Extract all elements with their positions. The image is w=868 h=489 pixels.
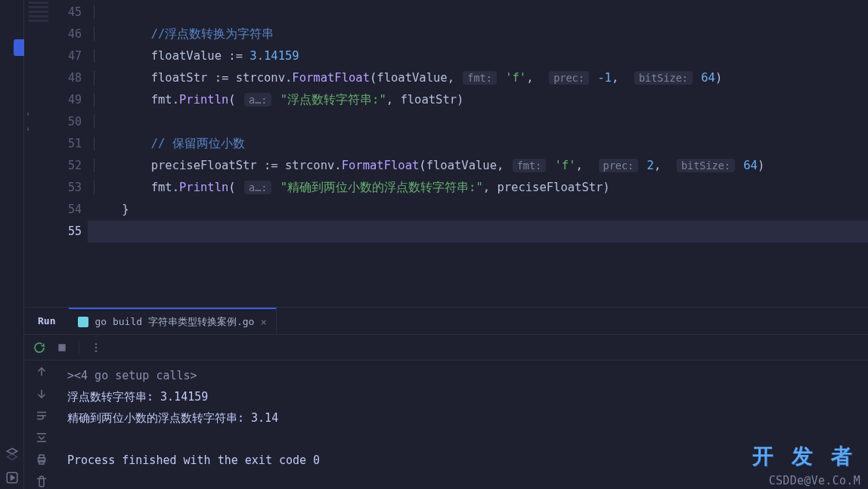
more-icon[interactable] <box>90 342 102 354</box>
code-args: floatValue, <box>377 71 454 85</box>
run-output[interactable]: ><4 go setup calls> 浮点数转字符串: 3.14159 精确到… <box>58 361 868 489</box>
code-func: Println <box>179 181 228 194</box>
line-num: 51 <box>53 133 82 155</box>
code-comment: // 保留两位小数 <box>151 137 245 150</box>
trash-icon[interactable] <box>35 475 48 488</box>
code-string: "浮点数转字符串:" <box>281 93 386 107</box>
line-num: 46 <box>53 23 82 45</box>
line-num: 48 <box>53 67 82 89</box>
run-toolbar <box>24 335 868 361</box>
code-ident: floatValue <box>151 49 222 63</box>
code-pkg: fmt <box>151 181 172 194</box>
svg-marker-1 <box>7 454 17 460</box>
inlay-hint: a…: <box>244 93 271 107</box>
code-number: 2 <box>647 159 654 172</box>
code-op: := <box>264 159 278 172</box>
watermark-title: 开 发 者 <box>752 442 854 471</box>
code-rune: 'f' <box>505 71 526 85</box>
code-args: , preciseFloatStr) <box>483 181 610 194</box>
tool-rail <box>0 0 24 489</box>
code-pkg: fmt <box>151 93 172 107</box>
run-header: Run go build 字符串类型转换案例.go × <box>24 308 868 335</box>
code-pkg: strconv <box>236 71 285 85</box>
services-icon[interactable] <box>5 447 19 460</box>
scroll-to-end-icon[interactable] <box>35 431 48 444</box>
code-pkg: strconv <box>285 159 334 172</box>
inlay-hint: prec: <box>599 159 639 172</box>
code-number: 64 <box>701 71 715 85</box>
close-icon[interactable]: × <box>260 316 266 328</box>
main-layout: › › 45 46 47 48 49 50 51 52 53 54 55 <box>0 0 868 489</box>
line-num: 47 <box>53 45 82 67</box>
up-icon[interactable] <box>35 365 48 379</box>
inlay-hint: bitSize: <box>634 71 693 85</box>
run-tab-file[interactable]: go build 字符串类型转换案例.go × <box>69 308 276 334</box>
run-tab-label[interactable]: Run <box>24 315 69 327</box>
soft-wrap-icon[interactable] <box>35 409 48 422</box>
run-gutter <box>24 361 58 489</box>
editor-area[interactable]: › › 45 46 47 48 49 50 51 52 53 54 55 <box>24 0 868 307</box>
svg-marker-3 <box>11 475 14 480</box>
svg-rect-4 <box>58 344 65 351</box>
code-number: -1 <box>597 71 612 85</box>
code-args: floatValue, <box>426 159 504 172</box>
output-collapse-header[interactable]: ><4 go setup calls> <box>67 369 197 382</box>
inlay-hint: fmt: <box>513 159 547 172</box>
code-ident: floatStr <box>151 71 208 85</box>
go-file-icon <box>78 317 88 327</box>
current-line <box>88 221 868 243</box>
run-tab-filename: go build 字符串类型转换案例.go <box>95 315 254 329</box>
code-op: := <box>215 71 229 85</box>
output-line: 精确到两位小数的浮点数转字符串: 3.14 <box>67 411 278 425</box>
code-func: FormatFloat <box>292 71 370 85</box>
line-num: 49 <box>53 89 82 111</box>
svg-point-5 <box>95 343 97 345</box>
content-column: › › 45 46 47 48 49 50 51 52 53 54 55 <box>24 0 868 489</box>
svg-point-6 <box>95 346 97 348</box>
run-body: ><4 go setup calls> 浮点数转字符串: 3.14159 精确到… <box>24 361 868 489</box>
svg-point-7 <box>95 350 97 351</box>
svg-rect-15 <box>39 455 44 458</box>
output-line: 浮点数转字符串: 3.14159 <box>67 390 208 404</box>
line-num: 52 <box>53 155 82 177</box>
line-num: 53 <box>53 177 82 199</box>
code-func: Println <box>179 93 228 107</box>
code-area[interactable]: //浮点数转换为字符串 floatValue := 3.14159 floatS… <box>94 0 868 307</box>
line-num-current: 55 <box>53 221 82 243</box>
line-num: 45 <box>53 2 82 23</box>
inlay-hint: prec: <box>549 71 589 85</box>
code-op: := <box>228 49 243 63</box>
structure-gutter[interactable]: › › <box>24 0 53 307</box>
code-func: FormatFloat <box>342 159 420 172</box>
code-rune: 'f' <box>555 159 576 172</box>
print-icon[interactable] <box>35 453 48 466</box>
down-icon[interactable] <box>35 387 48 401</box>
code-string: "精确到两位小数的浮点数转字符串:" <box>281 181 483 194</box>
run-panel: Run go build 字符串类型转换案例.go × <box>24 307 868 489</box>
inlay-hint: bitSize: <box>677 159 735 172</box>
inlay-hint: a…: <box>244 181 271 194</box>
code-brace: } <box>122 203 129 216</box>
output-exit-status: Process finished with the exit code 0 <box>67 453 320 467</box>
line-num: 50 <box>53 111 82 133</box>
rerun-icon[interactable] <box>33 342 45 354</box>
svg-marker-0 <box>7 448 17 454</box>
stop-icon[interactable] <box>56 342 68 354</box>
run-play-icon[interactable] <box>5 471 19 484</box>
line-num: 54 <box>53 199 82 221</box>
code-ident: preciseFloatStr <box>151 159 257 172</box>
line-number-gutter: 45 46 47 48 49 50 51 52 53 54 55 <box>53 0 94 307</box>
toolbar-separator <box>79 341 79 354</box>
code-comment: //浮点数转换为字符串 <box>151 27 274 41</box>
watermark-sub: CSDDe@Ve.Co.M <box>769 474 860 487</box>
code-number: 3.14159 <box>250 49 299 63</box>
code-number: 64 <box>743 159 758 172</box>
inlay-hint: fmt: <box>463 71 497 85</box>
code-args: , floatStr) <box>386 93 464 107</box>
